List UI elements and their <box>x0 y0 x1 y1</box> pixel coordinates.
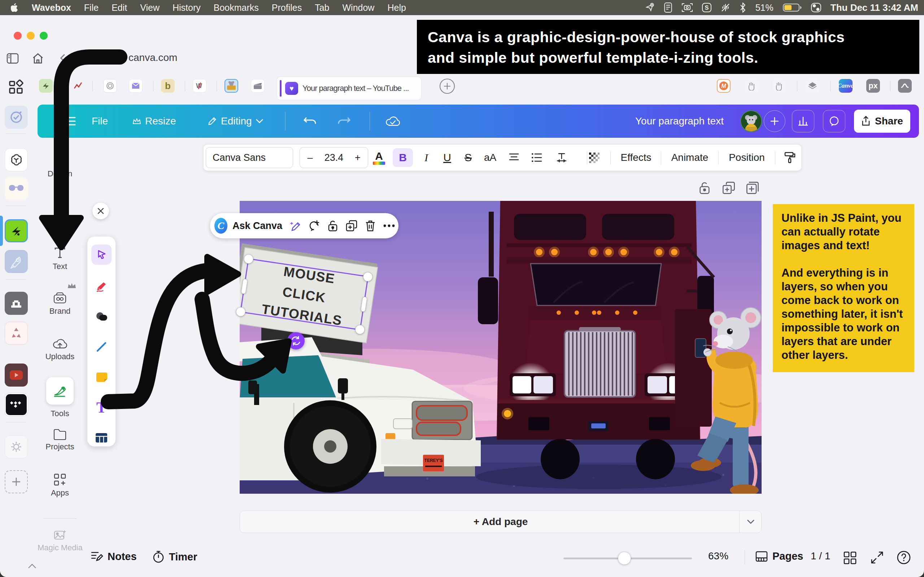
select-tool[interactable] <box>91 245 111 265</box>
sidebar-item-elements[interactable] <box>37 203 82 216</box>
url-text[interactable]: canva.com <box>129 52 177 63</box>
mic-muted-status-icon[interactable] <box>721 3 730 12</box>
browser-tab[interactable]: ♥ Your paragraph text – YouTube ... <box>276 76 422 100</box>
magic-edit-icon[interactable] <box>286 216 305 236</box>
notes-button[interactable]: Notes <box>90 550 137 562</box>
zoom-level-label[interactable]: 63% <box>708 550 729 562</box>
undo-button[interactable] <box>303 105 317 138</box>
back-button-icon[interactable] <box>58 53 69 63</box>
menubar-item-window[interactable]: Window <box>342 3 375 13</box>
italic-button[interactable]: I <box>417 145 435 171</box>
menubar-item-file[interactable]: File <box>84 3 99 13</box>
app-glasses-icon[interactable] <box>5 177 28 200</box>
menubar-app-name[interactable]: Wavebox <box>32 3 71 13</box>
ext-curve-icon[interactable] <box>898 79 912 93</box>
file-menu-button[interactable]: File <box>92 105 108 138</box>
app-settings-icon[interactable] <box>5 435 28 458</box>
grid-view-icon[interactable] <box>843 551 857 565</box>
editing-mode-button[interactable]: Editing <box>207 105 263 138</box>
bookmark-mouse-tutorials-icon[interactable] <box>225 79 238 93</box>
location-status-icon[interactable] <box>645 3 654 12</box>
pages-view-button[interactable]: Pages <box>755 550 803 562</box>
new-tab-button[interactable] <box>439 78 456 95</box>
sidebar-item-projects[interactable]: Projects <box>37 429 82 451</box>
account-avatar[interactable] <box>740 110 762 132</box>
sidebar-item-magic-media[interactable]: Magic Media <box>37 529 82 553</box>
document-status-icon[interactable] <box>664 3 672 13</box>
share-button[interactable]: Share <box>854 110 910 133</box>
bookmark-ring-icon[interactable] <box>103 79 117 93</box>
app-rocket-icon[interactable] <box>5 250 28 273</box>
ext-hand1-icon[interactable] <box>745 79 759 93</box>
underline-button[interactable]: U <box>438 145 456 171</box>
app-bridge-icon[interactable] <box>5 292 28 315</box>
font-size-increase[interactable]: + <box>347 152 368 163</box>
bookmark-clapper-icon[interactable] <box>251 79 265 93</box>
zoom-slider-knob[interactable] <box>618 552 631 565</box>
insights-button[interactable] <box>792 110 814 132</box>
ext-pixels-icon[interactable]: px <box>866 79 880 93</box>
font-size-stepper[interactable]: – 23.4 + <box>300 147 368 168</box>
resize-button[interactable]: Resize <box>132 105 176 138</box>
table-tool[interactable] <box>91 428 111 448</box>
bookmark-b-icon[interactable]: b <box>161 79 175 93</box>
app-recycle-icon[interactable] <box>5 322 28 345</box>
transparency-button[interactable] <box>583 145 605 171</box>
sidebar-item-uploads[interactable]: Uploads <box>37 338 82 361</box>
apps-grid-icon[interactable] <box>5 76 28 99</box>
page-lock-icon[interactable] <box>698 181 711 195</box>
paint-roller-icon[interactable] <box>780 145 800 171</box>
window-close-button[interactable] <box>14 32 22 40</box>
ask-canva-label[interactable]: Ask Canva <box>233 220 282 232</box>
text-align-button[interactable] <box>504 145 524 171</box>
menubar-item-help[interactable]: Help <box>387 3 406 13</box>
effects-button[interactable]: Effects <box>616 145 656 171</box>
menubar-item-bookmarks[interactable]: Bookmarks <box>214 3 259 13</box>
delete-icon[interactable] <box>361 216 380 236</box>
app-wavebox-active-icon[interactable] <box>5 219 28 242</box>
home-button-icon[interactable] <box>32 52 44 64</box>
sidebar-item-apps[interactable]: Apps <box>37 473 82 498</box>
ext-hand2-icon[interactable] <box>772 79 786 93</box>
canva-assistant-icon[interactable]: C <box>215 218 228 234</box>
lock-icon[interactable] <box>323 216 342 236</box>
app-tidal-icon[interactable] <box>5 393 28 416</box>
duplicate-icon[interactable] <box>342 216 361 236</box>
app-add-button[interactable] <box>5 470 28 493</box>
bookmark-mail-icon[interactable] <box>129 79 142 93</box>
app-youtube-icon[interactable] <box>5 364 28 387</box>
ext-layers-icon[interactable] <box>806 79 819 93</box>
more-options-icon[interactable] <box>380 216 399 236</box>
menubar-item-edit[interactable]: Edit <box>111 3 127 13</box>
menubar-item-tab[interactable]: Tab <box>315 3 329 13</box>
add-member-button[interactable] <box>764 110 785 132</box>
app-chatgpt-icon[interactable] <box>5 148 28 171</box>
sidebar-scroll-up-icon[interactable] <box>27 563 37 569</box>
bold-button[interactable]: B <box>393 148 413 167</box>
menu-hamburger-icon[interactable] <box>63 105 76 138</box>
panel-close-button[interactable] <box>92 203 109 219</box>
font-size-decrease[interactable]: – <box>300 152 320 163</box>
sidebar-toggle-icon[interactable] <box>6 53 19 64</box>
menubar-item-view[interactable]: View <box>140 3 160 13</box>
sidebar-item-tools[interactable] <box>46 377 74 405</box>
add-page-button[interactable]: + Add page <box>240 511 762 533</box>
bookmark-wavebox-icon[interactable] <box>39 79 53 93</box>
text-color-button[interactable]: A <box>369 149 389 166</box>
comments-button[interactable] <box>823 110 845 132</box>
help-button[interactable] <box>897 550 911 565</box>
apple-logo-icon[interactable] <box>11 3 19 12</box>
menubar-item-profiles[interactable]: Profiles <box>272 3 302 13</box>
text-case-button[interactable]: aA <box>480 145 500 171</box>
text-tool[interactable]: T <box>91 397 111 417</box>
rotate-handle[interactable] <box>287 332 305 350</box>
add-page-dropdown[interactable] <box>739 511 762 533</box>
bookmark-w-icon[interactable]: W <box>193 79 207 93</box>
sidebar-item-design[interactable]: Design <box>37 154 82 179</box>
app-tasks-icon[interactable] <box>5 106 28 129</box>
position-button[interactable]: Position <box>724 145 769 171</box>
control-center-icon[interactable] <box>811 3 821 12</box>
screenshot-status-icon[interactable] <box>682 3 693 13</box>
cloud-saved-icon[interactable] <box>385 105 401 138</box>
sidebar-item-brand[interactable]: Brand <box>37 292 82 316</box>
